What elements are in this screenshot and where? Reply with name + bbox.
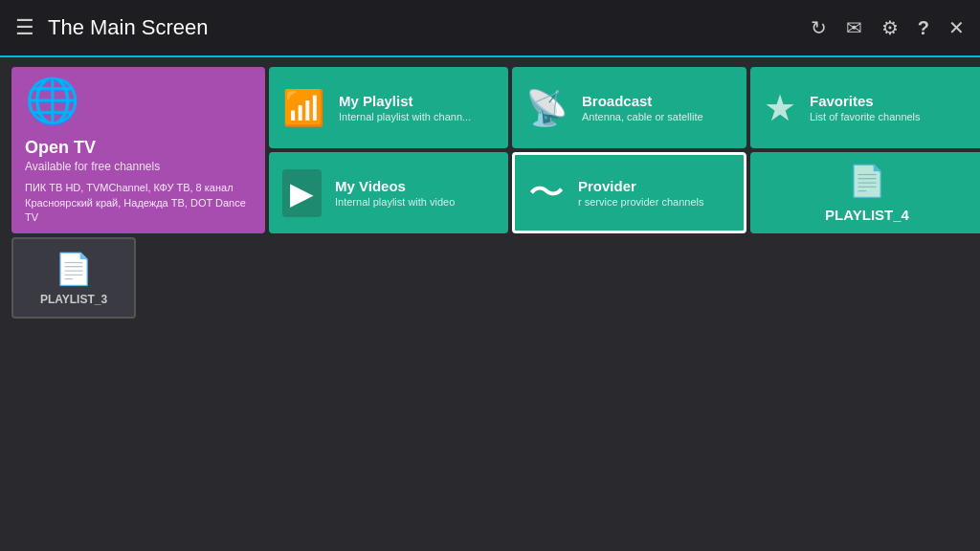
playlist4-title: PLAYLIST_4 bbox=[825, 207, 909, 223]
play-icon bbox=[282, 169, 322, 217]
file-icon-4 bbox=[848, 163, 886, 199]
my-videos-text: My Videos Internal playlist with video bbox=[335, 178, 455, 208]
my-playlist-subtitle: Internal playlist with chann... bbox=[339, 111, 471, 122]
provider-card[interactable]: Provider r service provider channels bbox=[512, 152, 746, 233]
playlist-row: PLAYLIST_3 bbox=[0, 233, 980, 319]
header-actions bbox=[811, 16, 965, 39]
open-tv-title: Open TV bbox=[25, 138, 160, 158]
my-videos-card[interactable]: My Videos Internal playlist with video bbox=[269, 152, 508, 233]
playlist3-card[interactable]: PLAYLIST_3 bbox=[11, 237, 136, 319]
refresh-icon[interactable] bbox=[811, 16, 827, 39]
favorites-text: Favorites List of favorite channels bbox=[810, 93, 921, 122]
main-grid: Open TV Available for free channels ПИК … bbox=[0, 57, 980, 233]
mail-icon[interactable] bbox=[846, 16, 862, 39]
page-title: The Main Screen bbox=[48, 15, 209, 40]
provider-text: Provider r service provider channels bbox=[578, 178, 703, 208]
globe-icon bbox=[25, 75, 79, 126]
my-playlist-text: My Playlist Internal playlist with chann… bbox=[339, 93, 471, 122]
broadcast-text: Broadcast Antenna, cable or satellite bbox=[582, 93, 703, 122]
playlist4-card[interactable]: PLAYLIST_4 bbox=[750, 152, 980, 233]
broadcast-card[interactable]: Broadcast Antenna, cable or satellite bbox=[512, 67, 746, 148]
broadcast-title: Broadcast bbox=[582, 93, 703, 109]
menu-icon[interactable] bbox=[15, 15, 34, 40]
file-icon-3 bbox=[55, 251, 93, 287]
my-playlist-card[interactable]: My Playlist Internal playlist with chann… bbox=[269, 67, 508, 148]
help-icon[interactable] bbox=[918, 17, 929, 39]
header: The Main Screen bbox=[0, 0, 980, 57]
header-left: The Main Screen bbox=[15, 15, 209, 40]
favorites-title: Favorites bbox=[810, 93, 921, 109]
my-videos-subtitle: Internal playlist with video bbox=[335, 196, 455, 208]
bars-icon bbox=[282, 88, 325, 128]
provider-subtitle: r service provider channels bbox=[578, 196, 703, 208]
open-tv-subtitle: Available for free channels bbox=[25, 160, 160, 173]
my-videos-title: My Videos bbox=[335, 178, 455, 194]
provider-icon bbox=[528, 168, 565, 217]
broadcast-subtitle: Antenna, cable or satellite bbox=[582, 111, 703, 122]
star-icon bbox=[764, 87, 796, 129]
open-tv-channels: ПИК ТВ HD, TVMChannel, КФУ ТВ, 8 канал К… bbox=[25, 181, 252, 225]
close-icon[interactable] bbox=[948, 16, 965, 39]
my-playlist-title: My Playlist bbox=[339, 93, 471, 109]
provider-title: Provider bbox=[578, 178, 703, 194]
settings-icon[interactable] bbox=[881, 16, 899, 39]
playlist3-title: PLAYLIST_3 bbox=[40, 293, 107, 306]
favorites-subtitle: List of favorite channels bbox=[810, 111, 921, 122]
open-tv-text: Open TV Available for free channels bbox=[25, 138, 160, 173]
antenna-icon bbox=[525, 88, 568, 128]
favorites-card[interactable]: Favorites List of favorite channels bbox=[750, 67, 980, 148]
open-tv-card[interactable]: Open TV Available for free channels ПИК … bbox=[11, 67, 265, 233]
